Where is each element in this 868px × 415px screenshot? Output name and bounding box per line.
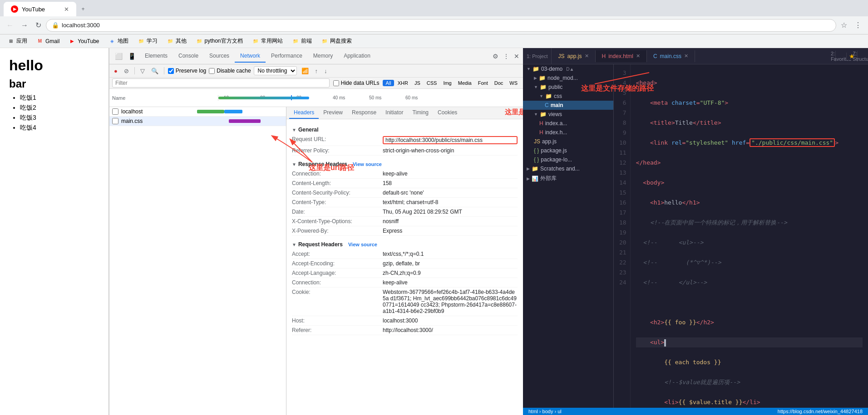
bookmark-python[interactable]: 📁 python官方文档 (192, 36, 247, 46)
tree-maincss[interactable]: C main (523, 101, 613, 110)
filter-icon-button[interactable]: ▽ (138, 67, 147, 75)
record-button[interactable]: ● (112, 67, 119, 75)
preserve-log-checkbox[interactable] (168, 68, 174, 74)
close-devtools-button[interactable]: ✕ (512, 52, 521, 61)
bookmark-frontend[interactable]: 📁 前端 (288, 36, 316, 46)
bookmark-maps[interactable]: ◈ 地图 (105, 36, 132, 46)
list-item: 吃饭1 (20, 94, 99, 102)
forward-button[interactable]: → (18, 20, 31, 31)
folder-icon-python: 📁 (196, 38, 203, 45)
details-tab-preview[interactable]: Preview (319, 107, 347, 119)
line-num-20: 20 (619, 238, 626, 248)
tree-scratches[interactable]: ▶ 📁 Scratches and... (523, 164, 613, 173)
throttling-select[interactable]: No throttling (254, 66, 297, 75)
reload-button[interactable]: ↻ (33, 19, 44, 31)
bookmark-apps[interactable]: ⊞ 应用 (4, 36, 31, 46)
tree-packagelo[interactable]: { } package-lo... (523, 155, 613, 164)
clear-button[interactable]: ⊘ (122, 67, 131, 75)
tree-03demo[interactable]: ▼ 📁 03-demo D▲ (523, 64, 613, 73)
tab-performance[interactable]: Performance (266, 50, 308, 63)
more-options-icon[interactable]: ⋮ (501, 52, 511, 61)
new-tab-button[interactable]: + (76, 2, 90, 16)
wifi-button[interactable]: 📶 (300, 67, 311, 75)
resp-content-type: Content-Type: text/html; charset=utf-8 (292, 198, 518, 207)
filter-xhr[interactable]: XHR (395, 80, 411, 86)
tab-sources[interactable]: Sources (204, 50, 235, 63)
hide-data-urls-label[interactable]: Hide data URLs (333, 80, 380, 86)
requests-panel: localhost main.css (109, 107, 286, 415)
request-headers-view-source[interactable]: View source (348, 242, 377, 247)
request-checkbox[interactable] (112, 108, 118, 115)
filter-font[interactable]: Font (475, 80, 491, 86)
download-button[interactable]: ↓ (322, 67, 329, 75)
tab-elements[interactable]: Elements (139, 50, 173, 63)
timeline-name-header: Name (109, 95, 218, 101)
bookmark-gmail[interactable]: M Gmail (33, 37, 63, 46)
bookmark-learn[interactable]: 📁 学习 (134, 36, 161, 46)
details-tab-initiator[interactable]: Initiator (381, 107, 408, 119)
hide-data-urls-checkbox[interactable] (333, 80, 339, 86)
tab-application[interactable]: Application (338, 50, 376, 63)
request-checkbox-maincss[interactable] (112, 118, 118, 124)
settings-icon[interactable]: ⚙ (491, 52, 500, 61)
indexhtml-close[interactable]: ✕ (636, 53, 640, 59)
request-row-maincss[interactable]: main.css (109, 117, 286, 126)
bookmark-youtube-label: YouTube (78, 38, 99, 44)
tree-views[interactable]: ▼ 📁 views (523, 110, 613, 119)
address-bar[interactable]: 🔒 localhost:3000 (46, 19, 836, 32)
code-editor[interactable]: 3 4 5 6 7 8 9 10 11 12 13 14 15 (614, 64, 868, 408)
tree-packagejs[interactable]: { } package.js (523, 146, 613, 155)
ide-tab-maincss[interactable]: C main.css ✕ (647, 50, 695, 62)
active-tab[interactable]: ▶ YouTube ✕ (4, 2, 76, 16)
chevron-right-icon: ▶ (534, 76, 537, 80)
bookmark-drive[interactable]: 📁 网盘搜索 (317, 36, 355, 46)
filter-types: All XHR JS CSS Img Media Font Doc WS (383, 80, 520, 86)
back-button[interactable]: ← (4, 20, 16, 31)
appjs-close[interactable]: ✕ (585, 53, 589, 59)
tree-nodemodules[interactable]: ▶ 📁 node_mod... (523, 73, 613, 83)
maincss-close[interactable]: ✕ (684, 53, 688, 59)
tree-indexh[interactable]: H index.h... (523, 128, 613, 137)
tab-console[interactable]: Console (173, 50, 204, 63)
filter-img[interactable]: Img (440, 80, 454, 86)
filter-ws[interactable]: WS (507, 80, 520, 86)
filter-input[interactable] (112, 78, 330, 88)
preserve-log-label[interactable]: Preserve log (168, 68, 206, 74)
disable-cache-checkbox[interactable] (209, 68, 215, 74)
tab-memory[interactable]: Memory (308, 50, 338, 63)
details-tab-response[interactable]: Response (347, 107, 381, 119)
filter-js[interactable]: JS (412, 80, 423, 86)
upload-button[interactable]: ↑ (313, 67, 320, 75)
tree-css[interactable]: ▼ 📁 css (523, 92, 613, 101)
tree-appjs[interactable]: JS app.js (523, 137, 613, 146)
tree-external[interactable]: ▶ 📊 外部库 (523, 173, 613, 184)
more-button[interactable]: ⋮ (852, 19, 864, 31)
resp-x-powered-by: X-Powered-By: Express (292, 226, 518, 236)
details-tab-headers[interactable]: Headers (289, 107, 319, 119)
tree-public[interactable]: ▼ 📁 public (523, 83, 613, 92)
bookmark-button[interactable]: ☆ (838, 19, 850, 31)
filter-doc[interactable]: Doc (492, 80, 506, 86)
details-tab-timing[interactable]: Timing (408, 107, 433, 119)
filter-media[interactable]: Media (455, 80, 474, 86)
bookmark-other[interactable]: 📁 其他 (163, 36, 190, 46)
resp-date-value: Thu, 05 Aug 2021 08:29:52 GMT (383, 209, 518, 215)
request-row-localhost[interactable]: localhost (109, 107, 286, 117)
bookmark-youtube[interactable]: ▶ YouTube (65, 37, 103, 46)
tab-network[interactable]: Network (235, 50, 266, 63)
search-icon-button[interactable]: 🔍 (149, 67, 160, 75)
external-icon: 📊 (532, 176, 538, 182)
bookmark-common[interactable]: 📁 常用网站 (248, 36, 286, 46)
tree-label-packagelo: package-lo... (541, 156, 572, 163)
response-headers-view-source[interactable]: View source (353, 161, 382, 167)
tree-indexa[interactable]: H index.a... (523, 119, 613, 128)
filter-css[interactable]: CSS (424, 80, 440, 86)
ide-tab-indexhtml[interactable]: H index.html ✕ (596, 50, 647, 62)
filter-all[interactable]: All (383, 80, 394, 86)
devtools-inspect-button[interactable]: ⬜ (113, 52, 124, 61)
disable-cache-label[interactable]: Disable cache (209, 68, 251, 74)
ide-tab-appjs[interactable]: JS app.js ✕ (552, 50, 595, 62)
devtools-device-button[interactable]: 📱 (126, 52, 138, 61)
details-tab-cookies[interactable]: Cookies (433, 107, 462, 119)
tab-close-button[interactable]: ✕ (64, 6, 69, 13)
